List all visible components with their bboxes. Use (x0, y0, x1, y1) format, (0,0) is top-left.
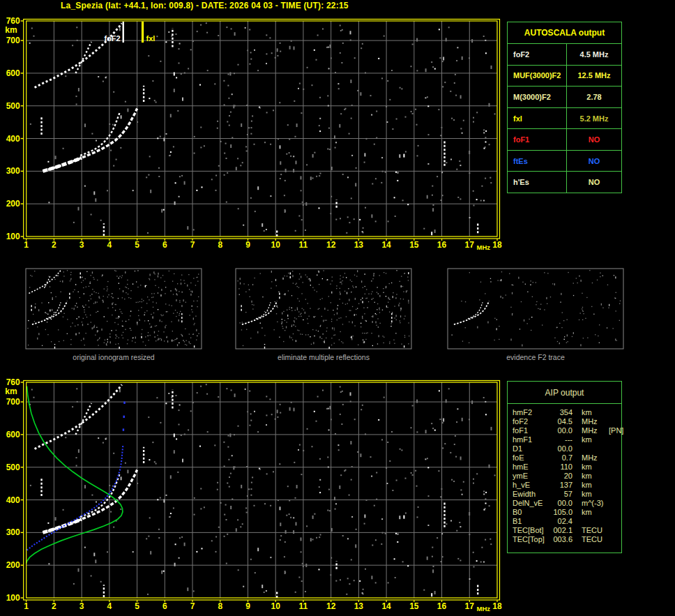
parameter-value: 5.2 MHz (567, 108, 621, 129)
autoscala-row-fxl: fxl5.2 MHz (508, 108, 621, 130)
parameter-value: 137 (549, 481, 572, 490)
parameter-flag (605, 481, 621, 490)
parameter-label: DelN_vE (513, 499, 549, 508)
x-axis-tick-label: 6 (162, 240, 167, 250)
parameter-value: NO (567, 129, 621, 150)
aip-output-table: AIP output hmF2354kmfoF204.5MHzfoF100.0M… (507, 381, 622, 553)
parameter-label: hmF1 (513, 435, 549, 444)
x-axis-tick-label: 2 (52, 601, 56, 611)
y-axis-tick-label: 100 (6, 593, 20, 603)
x-axis-tick-label: 5 (135, 240, 139, 250)
x-axis-unit-label: MHz (477, 243, 491, 251)
x-axis-tick-label: 4 (107, 601, 112, 611)
parameter-unit: MHz (572, 453, 605, 463)
x-axis-tick-label: 13 (354, 601, 364, 611)
x-axis-tick-label: 3 (79, 240, 84, 250)
parameter-value: 20 (549, 472, 572, 481)
parameter-flag (605, 435, 621, 444)
parameter-value: 0.7 (549, 453, 572, 463)
aip-table-header: AIP output (508, 382, 621, 404)
aip-row-h-ve: h_vE137km (513, 481, 621, 490)
parameter-flag (605, 408, 621, 417)
y-axis-unit-label: km (5, 25, 17, 35)
parameter-unit: km (572, 481, 605, 490)
parameter-value: 003.6 (549, 535, 572, 544)
parameter-label: TEC[Bot] (513, 526, 549, 535)
parameter-label: foF1 (513, 426, 549, 435)
y-axis-unit-label: km (5, 386, 17, 396)
x-axis-tick-label: 9 (245, 601, 250, 611)
x-axis-tick-label: 7 (190, 601, 195, 611)
autoscala-row-ftes: ftEsNO (508, 151, 621, 172)
x-axis-tick-label: 2 (52, 240, 56, 250)
aip-row-fof2: foF204.5MHz (513, 417, 621, 426)
x-axis-tick-label: 8 (218, 240, 222, 250)
x-axis-tick-label: 18 (492, 601, 502, 611)
parameter-label: MUF(3000)F2 (508, 66, 567, 87)
x-axis-tick-label: 5 (135, 601, 139, 611)
y-axis-tick-label: 500 (6, 101, 20, 111)
autoscala-row-fof2: foF24.5 MHz (508, 44, 621, 66)
parameter-label: h_vE (513, 481, 549, 490)
y-axis-tick-label: 760 (6, 377, 20, 387)
parameter-label: foF2 (513, 417, 549, 426)
parameter-value: NO (567, 172, 621, 193)
aip-row-foe: foE0.7MHz (513, 453, 621, 463)
aip-row-d1: D100.0 (513, 444, 621, 453)
y-axis-tick-label: 300 (6, 166, 20, 176)
parameter-value: 57 (549, 490, 572, 499)
parameter-label: ymE (513, 472, 549, 481)
autoscala-output-table: AUTOSCALA output foF24.5 MHzMUF(3000)F21… (507, 22, 622, 193)
parameter-flag (605, 463, 621, 472)
y-axis-tick-label: 600 (6, 430, 20, 440)
autoscala-row-muf-3000-f2: MUF(3000)F212.5 MHz (508, 66, 621, 87)
x-axis-tick-label: 14 (381, 240, 391, 250)
x-axis-tick-label: 11 (299, 240, 308, 250)
parameter-label: B0 (513, 508, 549, 517)
main-ionogram-plot: 760700600500400300200100km12345678910111… (5, 16, 502, 251)
parameter-label: hmF2 (513, 408, 549, 417)
parameter-unit: km (572, 435, 605, 444)
parameter-flag (605, 472, 621, 481)
parameter-unit: TECU (572, 526, 605, 535)
fxl-marker-label: fxl (146, 34, 156, 43)
parameter-value: 4.5 MHz (567, 44, 621, 65)
parameter-unit: km (572, 508, 605, 517)
y-axis-tick-label: 600 (6, 68, 20, 78)
panel-caption: eliminate multiple reflections (278, 353, 370, 361)
x-axis-tick-label: 1 (24, 240, 29, 250)
x-axis-tick-label: 16 (437, 601, 447, 611)
parameter-unit: km (572, 472, 605, 481)
parameter-value: 354 (549, 408, 572, 417)
x-axis-unit-label: MHz (477, 605, 491, 613)
parameter-value: 105.0 (549, 508, 572, 517)
parameter-unit: km (572, 463, 605, 472)
aip-row-fof1: foF100.0MHz[PN] (513, 426, 621, 435)
processing-panel-1: original ionogram resized (26, 269, 202, 361)
parameter-flag (605, 453, 621, 463)
parameter-label: foF1 (508, 129, 567, 150)
x-axis-tick-label: 10 (271, 601, 281, 611)
parameter-label: foE (513, 453, 549, 463)
parameter-unit: km (572, 490, 605, 499)
panel-caption: evidence F2 trace (506, 353, 565, 361)
x-axis-tick-label: 3 (79, 601, 84, 611)
parameter-value: 002.1 (549, 526, 572, 535)
y-axis-tick-label: 400 (6, 495, 20, 505)
parameter-value: NO (567, 151, 621, 172)
parameter-label: h'Es (508, 172, 567, 193)
y-axis-tick-label: 760 (6, 16, 20, 26)
aip-row-deln-ve: DelN_vE00.0m^(-3) (513, 499, 621, 508)
parameter-value: 2.78 (567, 87, 621, 107)
x-axis-tick-label: 9 (245, 240, 250, 250)
x-axis-tick-label: 10 (271, 240, 281, 250)
parameter-label: M(3000)F2 (508, 87, 567, 107)
parameter-value: 110 (549, 463, 572, 472)
parameter-value: 00.0 (549, 444, 572, 453)
y-axis-tick-label: 200 (6, 199, 20, 209)
x-axis-tick-label: 15 (409, 601, 419, 611)
parameter-flag (605, 490, 621, 499)
autoscala-table-header: AUTOSCALA output (508, 22, 621, 44)
parameter-flag (605, 535, 621, 544)
parameter-value: 12.5 MHz (567, 66, 621, 87)
